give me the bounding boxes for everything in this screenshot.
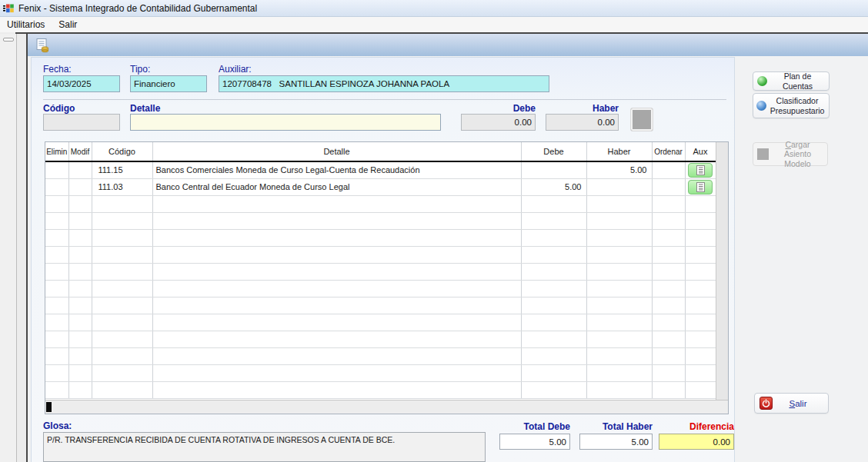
form-separator bbox=[43, 99, 726, 100]
cell-detalle[interactable]: Banco Central del Ecuador Moneda de Curs… bbox=[152, 178, 521, 195]
entry-form-panel: Fecha: 14/03/2025 Tipo: Financiero Auxil… bbox=[31, 57, 735, 462]
diferencia-value: 0.00 bbox=[659, 434, 734, 450]
table-row: 111.03 Banco Central del Ecuador Moneda … bbox=[45, 178, 716, 195]
col-header-detalle: Detalle bbox=[152, 142, 521, 161]
left-dock-panel bbox=[0, 34, 17, 462]
glosa-input[interactable]: P/R. TRANSFERENCIA RECIBIDA DE CUENTA RO… bbox=[43, 432, 486, 462]
debe-label: Debe bbox=[461, 103, 536, 114]
haber-input[interactable]: 0.00 bbox=[546, 114, 619, 131]
salir-button-label: Salir bbox=[773, 399, 823, 408]
document-lines-icon bbox=[696, 165, 705, 175]
entries-table-body: 111.15 Bancos Comerciales Moneda de Curs… bbox=[45, 161, 716, 398]
cell-ordenar[interactable] bbox=[652, 178, 685, 195]
gray-square-icon bbox=[757, 148, 769, 160]
table-row-empty bbox=[45, 280, 716, 297]
entries-table-header: Elimin Modif Código Detalle Debe Haber O… bbox=[45, 142, 716, 161]
dock-grip-handle[interactable] bbox=[3, 38, 14, 42]
blue-sphere-icon bbox=[756, 101, 766, 111]
col-header-ordenar: Ordenar bbox=[652, 142, 685, 161]
haber-label: Haber bbox=[546, 103, 619, 114]
col-header-aux: Aux bbox=[685, 142, 716, 161]
table-row-empty bbox=[45, 314, 716, 331]
table-row-empty bbox=[45, 297, 716, 314]
aux-detail-button[interactable] bbox=[688, 180, 713, 194]
cell-elimin[interactable] bbox=[45, 161, 68, 178]
client-area: Fecha: 14/03/2025 Tipo: Financiero Auxil… bbox=[28, 34, 868, 462]
cell-haber[interactable] bbox=[586, 178, 652, 195]
menubar: Utilitarios Salir bbox=[0, 17, 868, 32]
menu-utilitarios[interactable]: Utilitarios bbox=[0, 18, 52, 32]
cell-debe[interactable] bbox=[521, 161, 586, 178]
cell-debe[interactable]: 5.00 bbox=[521, 178, 586, 195]
detalle-label: Detalle bbox=[130, 103, 160, 114]
clasificador-presupuestario-button[interactable]: Clasificador Presupuestario bbox=[753, 93, 830, 118]
col-header-modif: Modif bbox=[68, 142, 92, 161]
plan-de-cuentas-button[interactable]: Plan de Cuentas bbox=[753, 71, 830, 91]
cell-codigo[interactable]: 111.03 bbox=[92, 178, 152, 195]
total-haber-label: Total Haber bbox=[579, 421, 653, 432]
cell-ordenar[interactable] bbox=[652, 161, 685, 178]
col-header-elimin: Elimin bbox=[45, 142, 68, 161]
detalle-input[interactable] bbox=[130, 114, 441, 131]
app-logo-icon bbox=[2, 2, 15, 15]
table-row-empty bbox=[45, 212, 716, 229]
col-header-codigo: Código bbox=[92, 142, 152, 161]
table-row-empty bbox=[45, 347, 716, 364]
table-row-empty bbox=[45, 246, 716, 263]
total-debe-value: 5.00 bbox=[499, 434, 570, 450]
green-sphere-icon bbox=[757, 76, 767, 86]
plan-de-cuentas-label: Plan de Cuentas bbox=[770, 71, 825, 90]
debe-input[interactable]: 0.00 bbox=[461, 114, 536, 131]
cargar-asiento-modelo-button: Cargar Asiento Modelo bbox=[753, 142, 828, 166]
cell-detalle[interactable]: Bancos Comerciales Moneda de Curso Legal… bbox=[152, 161, 521, 178]
glosa-label: Glosa: bbox=[43, 420, 72, 431]
document-lines-icon bbox=[696, 182, 705, 192]
auxiliar-field[interactable]: 1207708478 SANTILLAN ESPINOZA JOHANNA PA… bbox=[219, 75, 549, 92]
fecha-label: Fecha: bbox=[43, 64, 72, 75]
horizontal-scrollbar-thumb[interactable] bbox=[46, 402, 52, 412]
cell-haber[interactable]: 5.00 bbox=[586, 161, 652, 178]
add-entry-disabled-button bbox=[630, 108, 653, 131]
window-title: Fenix - Sistema Integrado de Contabilida… bbox=[18, 3, 257, 14]
total-haber-value: 5.00 bbox=[579, 434, 653, 450]
diferencia-label: Diferencia bbox=[659, 421, 734, 432]
cell-modif[interactable] bbox=[68, 178, 92, 195]
table-row: 111.15 Bancos Comerciales Moneda de Curs… bbox=[45, 161, 716, 178]
col-header-haber: Haber bbox=[586, 142, 652, 161]
cargar-asiento-modelo-label: Cargar Asiento Modelo bbox=[772, 140, 823, 168]
new-entry-document-icon[interactable] bbox=[34, 37, 51, 54]
clasificador-presupuestario-label: Clasificador Presupuestario bbox=[769, 96, 826, 115]
entries-table: Elimin Modif Código Detalle Debe Haber O… bbox=[45, 141, 729, 414]
vertical-scrollbar[interactable] bbox=[716, 142, 728, 400]
tipo-field[interactable]: Financiero bbox=[130, 75, 207, 92]
fecha-field[interactable]: 14/03/2025 bbox=[43, 75, 120, 92]
table-row-empty bbox=[45, 331, 716, 347]
table-row-empty bbox=[45, 195, 716, 212]
horizontal-scrollbar[interactable] bbox=[45, 400, 728, 414]
table-row-empty bbox=[45, 229, 716, 246]
codigo-input[interactable] bbox=[43, 114, 120, 131]
titlebar: Fenix - Sistema Integrado de Contabilida… bbox=[0, 0, 868, 17]
cell-elimin[interactable] bbox=[45, 178, 68, 195]
codigo-label: Código bbox=[43, 103, 75, 114]
aux-detail-button[interactable] bbox=[688, 163, 713, 178]
power-icon bbox=[760, 397, 773, 410]
auxiliar-label: Auxiliar: bbox=[219, 64, 252, 75]
total-debe-label: Total Debe bbox=[499, 421, 570, 432]
table-row-empty bbox=[45, 381, 716, 398]
menu-salir[interactable]: Salir bbox=[52, 18, 84, 32]
workspace: Fecha: 14/03/2025 Tipo: Financiero Auxil… bbox=[0, 32, 868, 462]
col-header-debe: Debe bbox=[521, 142, 586, 161]
cell-codigo[interactable]: 111.15 bbox=[92, 161, 152, 178]
tipo-label: Tipo: bbox=[130, 64, 150, 75]
cell-modif[interactable] bbox=[68, 161, 92, 178]
table-row-empty bbox=[45, 364, 716, 381]
salir-button[interactable]: Salir bbox=[754, 393, 829, 414]
entries-table-viewport: Elimin Modif Código Detalle Debe Haber O… bbox=[45, 142, 716, 400]
toolbar bbox=[28, 34, 868, 56]
table-row-empty bbox=[45, 263, 716, 280]
